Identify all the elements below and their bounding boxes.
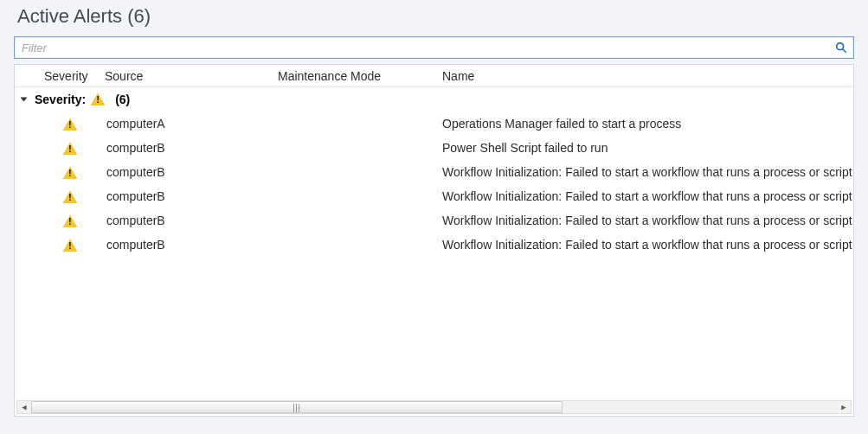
column-header-severity[interactable]: Severity	[39, 66, 100, 86]
row-severity-cell	[15, 139, 101, 156]
group-header-severity[interactable]: Severity: (6)	[15, 87, 853, 112]
column-header-toggle	[15, 73, 39, 80]
row-source: computerB	[101, 139, 273, 156]
scroll-track[interactable]	[31, 401, 837, 413]
table-row[interactable]: computerBWorkflow Initialization: Failed…	[15, 233, 853, 257]
column-header-row: Severity Source Maintenance Mode Name	[15, 65, 853, 87]
row-severity-cell	[15, 163, 101, 181]
scroll-left-arrow-icon[interactable]: ◄	[17, 401, 31, 413]
row-maintenance-mode	[273, 146, 437, 150]
search-button[interactable]	[833, 39, 850, 56]
table-row[interactable]: computerBPower Shell Script failed to ru…	[15, 136, 853, 160]
horizontal-scrollbar[interactable]: ◄ ►	[16, 400, 852, 414]
group-count: (6)	[115, 93, 130, 106]
row-maintenance-mode	[273, 122, 437, 125]
group-label: Severity:	[35, 93, 86, 106]
row-name: Workflow Initialization: Failed to start…	[437, 212, 853, 229]
column-header-source[interactable]: Source	[100, 66, 273, 86]
svg-line-1	[843, 49, 846, 53]
warning-icon	[63, 239, 77, 252]
table-row[interactable]: computerBWorkflow Initialization: Failed…	[15, 184, 853, 208]
grid-scroll[interactable]: Severity Source Maintenance Mode Name Se…	[15, 65, 853, 400]
warning-icon	[91, 93, 105, 105]
page-title-count: (6)	[127, 5, 151, 27]
row-name: Power Shell Script failed to run	[437, 139, 853, 156]
row-maintenance-mode	[273, 219, 437, 222]
scroll-right-arrow-icon[interactable]: ►	[837, 401, 851, 413]
row-severity-cell	[15, 212, 101, 229]
row-source: computerB	[101, 236, 273, 253]
table-row[interactable]: computerBWorkflow Initialization: Failed…	[15, 208, 853, 233]
row-severity-cell	[15, 188, 101, 205]
filter-input[interactable]	[20, 41, 833, 55]
row-source: computerB	[101, 163, 273, 181]
warning-icon	[63, 167, 77, 179]
row-severity-cell	[15, 236, 101, 253]
row-maintenance-mode	[273, 170, 437, 174]
row-severity-cell	[15, 115, 101, 132]
column-header-name[interactable]: Name	[437, 66, 853, 86]
column-header-maintenance-mode[interactable]: Maintenance Mode	[273, 66, 437, 86]
row-name: Workflow Initialization: Failed to start…	[437, 236, 853, 253]
warning-icon	[63, 118, 77, 131]
scroll-thumb[interactable]	[31, 401, 563, 413]
chevron-down-icon	[21, 98, 28, 102]
row-name: Operations Manager failed to start a pro…	[437, 115, 853, 132]
table-row[interactable]: computerBWorkflow Initialization: Failed…	[15, 160, 853, 184]
row-maintenance-mode	[273, 243, 437, 246]
alerts-panel: Active Alerts (6) Severity Source Mainte…	[0, 0, 868, 434]
row-name: Workflow Initialization: Failed to start…	[437, 188, 853, 205]
row-source: computerB	[101, 212, 273, 229]
row-source: computerA	[101, 115, 273, 132]
row-name: Workflow Initialization: Failed to start…	[437, 163, 853, 181]
filter-bar	[14, 36, 854, 59]
table-row[interactable]: computerAOperations Manager failed to st…	[15, 112, 853, 136]
page-title: Active Alerts (6)	[14, 0, 854, 36]
row-maintenance-mode	[273, 195, 437, 198]
row-source: computerB	[101, 188, 273, 205]
warning-icon	[63, 143, 77, 155]
alerts-grid: Severity Source Maintenance Mode Name Se…	[14, 64, 854, 417]
warning-icon	[63, 191, 77, 203]
page-title-text: Active Alerts	[17, 5, 122, 27]
warning-icon	[63, 215, 77, 227]
search-icon	[835, 41, 847, 54]
